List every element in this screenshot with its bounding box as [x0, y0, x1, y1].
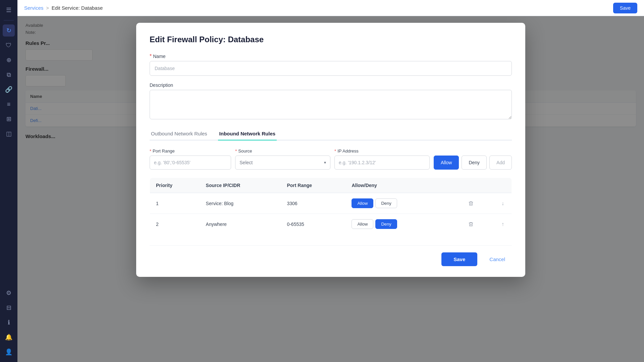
content-area: Available Note: Rules Pr... Firewall... …	[17, 16, 644, 362]
modal-title: Edit Firewall Policy: Database	[150, 35, 512, 44]
port-range-label: Port Range	[153, 148, 175, 154]
shield-icon[interactable]: 🛡	[3, 39, 15, 51]
delete-row2-button[interactable]	[467, 220, 475, 228]
source-cell-1: Service: Blog	[200, 193, 281, 214]
move-down-row1-button[interactable]: ↓	[500, 199, 505, 208]
rule-form-row: * Port Range * Source Select	[150, 148, 512, 170]
row1-deny-button[interactable]: Deny	[375, 198, 397, 208]
inbound-rules-table: Priority Source IP/CIDR Port Range Allow…	[150, 178, 512, 235]
row2-deny-button[interactable]: Deny	[375, 219, 397, 229]
table-header-row: Priority Source IP/CIDR Port Range Allow…	[150, 178, 512, 193]
edit-firewall-modal: Edit Firewall Policy: Database * Name De…	[136, 23, 525, 277]
action-col-header-2	[481, 178, 512, 193]
allow-deny-form-group: Allow Deny Add	[434, 156, 512, 170]
delete-row1-button[interactable]	[467, 199, 475, 207]
delete-cell-1	[446, 193, 481, 214]
modal-overlay: Edit Firewall Policy: Database * Name De…	[17, 16, 644, 362]
source-select-wrapper[interactable]: Select ▾	[235, 156, 330, 170]
name-input[interactable]	[150, 61, 512, 76]
tab-outbound[interactable]: Outbound Network Rules	[150, 127, 209, 140]
menu-icon[interactable]: ☰	[3, 4, 15, 16]
priority-cell-1: 1	[150, 193, 200, 214]
port-range-cell-1: 3306	[281, 193, 345, 214]
port-range-input[interactable]	[150, 156, 231, 170]
allow-deny-cell-2: Allow Deny	[345, 214, 446, 235]
action-cell-2	[452, 220, 475, 228]
table-row: 2 Anywhere 0-65535 Allow Deny	[150, 214, 512, 235]
name-required-star: *	[150, 54, 152, 59]
services-link[interactable]: Services	[24, 5, 44, 11]
row1-allow-button[interactable]: Allow	[352, 198, 373, 208]
move-action-1: ↓	[487, 199, 505, 208]
chart-icon[interactable]: ⊟	[3, 302, 15, 314]
main-area: Services > Edit Service: Database Save A…	[17, 0, 644, 362]
modal-cancel-button[interactable]: Cancel	[483, 252, 512, 266]
form-allow-button[interactable]: Allow	[434, 156, 459, 170]
row2-allow-button[interactable]: Allow	[352, 219, 373, 229]
source-cell-2: Anywhere	[200, 214, 281, 235]
description-label: Description	[150, 82, 512, 88]
port-range-col-header: Port Range	[281, 178, 345, 193]
ip-address-input[interactable]	[334, 156, 430, 170]
priority-col-header: Priority	[150, 178, 200, 193]
sidebar-divider-1	[4, 20, 14, 20]
breadcrumb-separator: >	[46, 5, 49, 11]
refresh-icon[interactable]: ↻	[3, 24, 15, 37]
info-icon[interactable]: ℹ	[3, 316, 15, 328]
source-required-star: *	[235, 148, 237, 154]
list-icon[interactable]: ≡	[3, 98, 15, 110]
move-cell-2: ↑	[481, 214, 512, 235]
allow-deny-col-header: Allow/Deny	[345, 178, 446, 193]
modal-save-button[interactable]: Save	[441, 252, 477, 266]
user-icon[interactable]: 👤	[3, 346, 15, 358]
form-deny-button[interactable]: Deny	[462, 156, 487, 170]
add-rule-button[interactable]: Add	[489, 156, 512, 170]
move-cell-1: ↓	[481, 193, 512, 214]
allow-deny-cell-1: Allow Deny	[345, 193, 446, 214]
delete-cell-2	[446, 214, 481, 235]
grid-icon[interactable]: ⊞	[3, 113, 15, 125]
topbar: Services > Edit Service: Database Save	[17, 0, 644, 16]
bell-icon[interactable]: 🔔	[3, 331, 15, 343]
settings-icon[interactable]: ⚙	[3, 287, 15, 299]
network-rules-tabs: Outbound Network Rules Inbound Network R…	[150, 127, 512, 140]
ip-address-field: * IP Address	[334, 148, 430, 170]
allow-deny-toggle-1: Allow Deny	[352, 198, 440, 208]
allow-deny-toggle-2: Allow Deny	[352, 219, 440, 229]
source-ip-col-header: Source IP/CIDR	[200, 178, 281, 193]
tab-inbound[interactable]: Inbound Network Rules	[218, 127, 277, 140]
name-field-group: * Name	[150, 54, 512, 76]
table-row: 1 Service: Blog 3306 Allow Deny	[150, 193, 512, 214]
layers-icon[interactable]: ⊕	[3, 54, 15, 66]
ip-required-star: *	[334, 148, 336, 154]
port-range-cell-2: 0-65535	[281, 214, 345, 235]
port-range-required-star: *	[150, 148, 151, 154]
move-action-2: ↑	[487, 220, 505, 229]
name-label: * Name	[150, 54, 512, 59]
priority-cell-2: 2	[150, 214, 200, 235]
source-label: Source	[238, 148, 252, 154]
tag-icon[interactable]: ⧉	[3, 69, 15, 81]
sidebar: ☰ ↻ 🛡 ⊕ ⧉ 🔗 ≡ ⊞ ◫ ⚙ ⊟ ℹ 🔔 👤	[0, 0, 17, 362]
ip-address-label: IP Address	[337, 148, 359, 154]
description-textarea[interactable]	[150, 90, 512, 119]
source-select[interactable]: Select	[239, 160, 326, 165]
description-field-group: Description	[150, 82, 512, 121]
port-range-field: * Port Range	[150, 148, 231, 170]
current-page-title: Edit Service: Database	[52, 5, 103, 11]
move-up-row2-button[interactable]: ↑	[500, 220, 505, 229]
action-cell-1	[452, 199, 475, 207]
breadcrumb: Services > Edit Service: Database	[24, 5, 103, 11]
topbar-save-button[interactable]: Save	[613, 3, 637, 13]
action-col-header-1	[446, 178, 481, 193]
modal-footer: Save Cancel	[150, 245, 512, 266]
source-field: * Source Select ▾	[235, 148, 330, 170]
box-icon[interactable]: ◫	[3, 128, 15, 140]
link-icon[interactable]: 🔗	[3, 83, 15, 96]
